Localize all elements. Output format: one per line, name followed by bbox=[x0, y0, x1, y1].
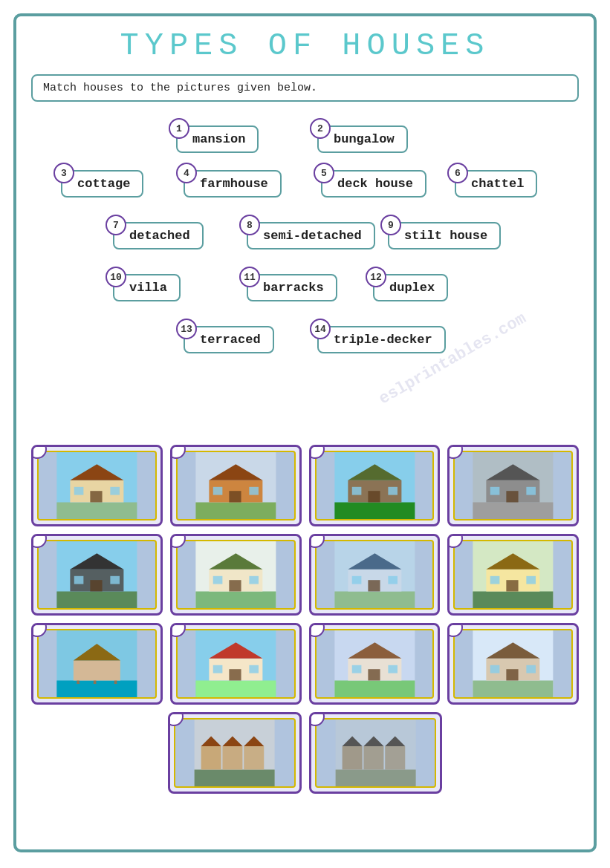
svg-rect-54 bbox=[490, 576, 500, 584]
image-cell-10 bbox=[170, 623, 302, 705]
svg-rect-33 bbox=[74, 576, 84, 584]
svg-rect-53 bbox=[507, 580, 519, 591]
image-inner-7 bbox=[315, 540, 435, 610]
svg-rect-74 bbox=[368, 669, 380, 680]
image-inner-9 bbox=[37, 629, 157, 699]
images-grid-row1 bbox=[31, 445, 579, 526]
image-cell-7 bbox=[309, 534, 441, 616]
svg-rect-96 bbox=[385, 746, 405, 770]
image-cell-14 bbox=[309, 712, 442, 794]
svg-rect-48 bbox=[388, 576, 398, 584]
svg-rect-50 bbox=[473, 592, 554, 609]
word-box-8: semi-detached bbox=[247, 222, 375, 249]
image-cell-13 bbox=[168, 712, 301, 794]
svg-rect-36 bbox=[195, 592, 276, 609]
svg-rect-43 bbox=[334, 592, 415, 609]
svg-rect-41 bbox=[249, 576, 259, 584]
svg-rect-27 bbox=[527, 487, 536, 495]
word-badge-10: 10 bbox=[106, 267, 126, 287]
svg-rect-47 bbox=[351, 576, 361, 584]
word-item-1: 1mansion bbox=[169, 125, 259, 153]
svg-rect-81 bbox=[507, 669, 519, 680]
svg-rect-71 bbox=[334, 681, 415, 698]
svg-rect-12 bbox=[213, 487, 223, 495]
word-badge-11: 11 bbox=[239, 267, 260, 287]
word-badge-12: 12 bbox=[366, 267, 386, 287]
image-inner-10 bbox=[176, 629, 296, 699]
svg-rect-55 bbox=[527, 576, 536, 584]
word-item-7: 7detached bbox=[106, 222, 204, 249]
svg-rect-32 bbox=[90, 580, 102, 591]
image-inner-12 bbox=[453, 629, 573, 699]
svg-rect-68 bbox=[213, 665, 223, 673]
svg-rect-22 bbox=[473, 503, 554, 520]
svg-rect-6 bbox=[110, 487, 120, 495]
image-inner-6 bbox=[176, 540, 296, 610]
word-box-14: triple-decker bbox=[317, 326, 446, 353]
svg-rect-93 bbox=[335, 770, 415, 787]
word-badge-14: 14 bbox=[310, 319, 331, 339]
word-item-4: 4farmhouse bbox=[176, 170, 282, 198]
image-inner-3 bbox=[315, 451, 435, 521]
image-cell-1 bbox=[31, 445, 163, 526]
svg-rect-19 bbox=[351, 487, 361, 495]
word-item-2: 2bungalow bbox=[310, 125, 408, 153]
svg-rect-20 bbox=[388, 487, 398, 495]
image-cell-5 bbox=[31, 534, 163, 616]
images-grid-row4 bbox=[168, 712, 442, 794]
svg-rect-83 bbox=[527, 665, 536, 673]
svg-rect-86 bbox=[201, 746, 221, 770]
word-box-4: farmhouse bbox=[184, 170, 282, 198]
word-badge-8: 8 bbox=[239, 215, 260, 235]
word-badge-5: 5 bbox=[314, 163, 334, 183]
svg-rect-40 bbox=[213, 576, 223, 584]
image-cell-6 bbox=[170, 534, 302, 616]
svg-rect-26 bbox=[490, 487, 500, 495]
svg-rect-82 bbox=[490, 665, 500, 673]
svg-rect-94 bbox=[342, 746, 362, 770]
page-container: eslprintables.com TYPES OF HOUSES Match … bbox=[13, 13, 597, 852]
image-inner-4 bbox=[453, 451, 573, 521]
svg-rect-4 bbox=[90, 491, 102, 502]
word-item-12: 12duplex bbox=[366, 274, 448, 301]
svg-rect-15 bbox=[334, 503, 415, 520]
page-title: TYPES OF HOUSES bbox=[31, 28, 579, 64]
svg-rect-39 bbox=[229, 580, 241, 591]
words-section: 1mansion2bungalow3cottage4farmhouse5deck… bbox=[31, 118, 579, 430]
word-item-11: 11barracks bbox=[239, 274, 337, 301]
word-badge-13: 13 bbox=[176, 319, 197, 339]
image-inner-1 bbox=[37, 451, 157, 521]
image-inner-5 bbox=[37, 540, 157, 610]
word-box-7: detached bbox=[113, 222, 204, 249]
svg-rect-64 bbox=[195, 681, 276, 698]
image-inner-13 bbox=[174, 718, 295, 788]
word-badge-3: 3 bbox=[53, 163, 74, 183]
word-badge-2: 2 bbox=[310, 118, 331, 139]
word-badge-6: 6 bbox=[447, 163, 468, 183]
svg-rect-88 bbox=[244, 746, 264, 770]
svg-rect-85 bbox=[195, 770, 275, 787]
svg-rect-87 bbox=[223, 746, 243, 770]
images-grid-row3 bbox=[31, 623, 579, 705]
image-cell-4 bbox=[447, 445, 579, 526]
svg-rect-34 bbox=[110, 576, 120, 584]
word-box-2: bungalow bbox=[317, 125, 408, 153]
svg-rect-29 bbox=[56, 592, 137, 609]
word-box-9: stilt house bbox=[388, 222, 501, 249]
svg-rect-18 bbox=[368, 491, 380, 502]
image-cell-9 bbox=[31, 623, 163, 705]
word-item-14: 14triple-decker bbox=[310, 326, 446, 353]
svg-rect-11 bbox=[229, 491, 241, 502]
image-inner-14 bbox=[315, 718, 436, 788]
svg-rect-8 bbox=[195, 503, 276, 520]
image-cell-8 bbox=[447, 534, 579, 616]
svg-rect-78 bbox=[473, 681, 554, 698]
word-badge-4: 4 bbox=[176, 163, 197, 183]
word-box-13: terraced bbox=[184, 326, 274, 353]
word-item-5: 5deck house bbox=[314, 170, 426, 198]
image-inner-2 bbox=[176, 451, 296, 521]
svg-rect-75 bbox=[351, 665, 361, 673]
image-inner-11 bbox=[315, 629, 435, 699]
svg-rect-76 bbox=[388, 665, 398, 673]
svg-rect-67 bbox=[229, 669, 241, 680]
